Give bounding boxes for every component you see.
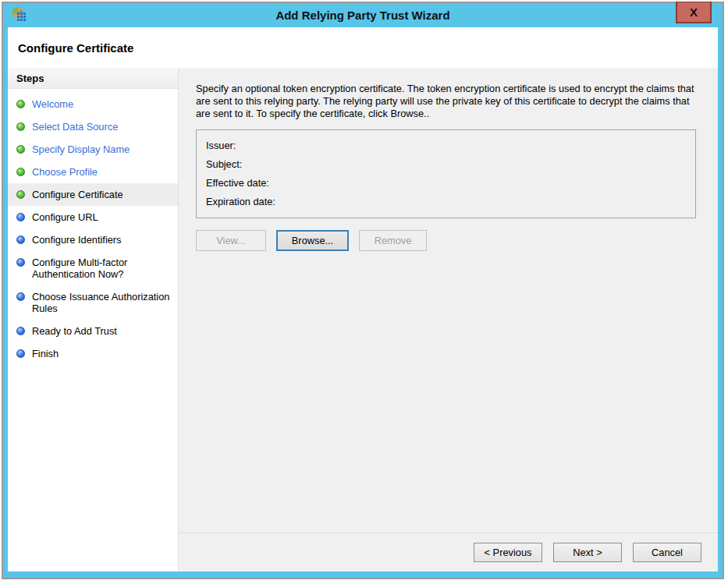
steps-header: Steps xyxy=(8,68,178,89)
sidebar-item-label: Configure Multi-factor Authentication No… xyxy=(32,257,172,280)
cert-field-expiration-date: Expiration date: xyxy=(206,192,686,211)
sidebar-item-configure-identifiers: Configure Identifiers xyxy=(8,228,178,251)
next-button[interactable]: Next > xyxy=(553,543,622,562)
sidebar-item-configure-mfa: Configure Multi-factor Authentication No… xyxy=(8,251,178,285)
cert-field-issuer: Issuer: xyxy=(206,136,686,154)
step-completed-icon xyxy=(16,168,25,176)
sidebar-item-specify-display-name[interactable]: Specify Display Name xyxy=(8,138,178,161)
cert-field-label: Expiration date: xyxy=(206,196,275,207)
cert-field-label: Subject: xyxy=(206,158,242,170)
screen: Add Relying Party Trust Wizard X Configu… xyxy=(0,0,728,584)
sidebar-item-configure-certificate[interactable]: Configure Certificate xyxy=(8,183,178,206)
sidebar-item-choose-profile[interactable]: Choose Profile xyxy=(8,161,178,183)
certificate-actions: View... Browse... Remove xyxy=(196,230,696,251)
page-header: Configure Certificate xyxy=(8,27,718,68)
sidebar-item-label: Specify Display Name xyxy=(32,143,130,155)
cert-field-subject: Subject: xyxy=(206,154,686,173)
sidebar-item-label: Ready to Add Trust xyxy=(32,325,117,337)
step-completed-icon xyxy=(16,145,25,154)
sidebar-item-label: Choose Issuance Authorization Rules xyxy=(32,291,172,314)
close-icon: X xyxy=(690,5,698,19)
step-upcoming-icon xyxy=(16,349,25,358)
step-upcoming-icon xyxy=(16,292,25,301)
sidebar-item-label: Finish xyxy=(32,348,59,359)
titlebar: Add Relying Party Trust Wizard X xyxy=(3,3,723,27)
remove-button[interactable]: Remove xyxy=(359,230,427,251)
sidebar-item-welcome[interactable]: Welcome xyxy=(8,93,178,115)
sidebar-item-finish: Finish xyxy=(8,342,178,365)
sidebar-item-label: Configure URL xyxy=(32,211,98,223)
adfs-wizard-icon xyxy=(11,6,28,23)
step-current-icon xyxy=(16,190,25,199)
cancel-button[interactable]: Cancel xyxy=(633,543,701,562)
sidebar-item-configure-url: Configure URL xyxy=(8,206,178,228)
sidebar-item-label: Select Data Source xyxy=(32,121,118,133)
window-title: Add Relying Party Trust Wizard xyxy=(3,9,723,22)
view-button[interactable]: View... xyxy=(196,230,266,251)
step-upcoming-icon xyxy=(16,258,25,267)
wizard-body: Steps Welcome Select Data Source Spec xyxy=(8,68,718,572)
steps-sidebar: Steps Welcome Select Data Source Spec xyxy=(8,68,179,572)
close-button[interactable]: X xyxy=(676,2,712,23)
certificate-info-box: Issuer: Subject: Effective date: xyxy=(196,129,696,218)
wizard-footer: < Previous Next > Cancel xyxy=(179,533,718,572)
sidebar-item-label: Choose Profile xyxy=(32,166,98,178)
step-completed-icon xyxy=(16,122,25,131)
cert-field-label: Issuer: xyxy=(206,140,236,151)
step-upcoming-icon xyxy=(16,235,25,244)
step-completed-icon xyxy=(16,100,25,108)
wizard-window: Add Relying Party Trust Wizard X Configu… xyxy=(2,2,724,579)
main-content: Specify an optional token encryption cer… xyxy=(179,68,718,533)
main-panel: Specify an optional token encryption cer… xyxy=(179,68,718,572)
window-content: Configure Certificate Steps Welcome Sele… xyxy=(8,27,718,572)
sidebar-item-label: Welcome xyxy=(32,98,73,110)
sidebar-item-select-data-source[interactable]: Select Data Source xyxy=(8,115,178,138)
step-upcoming-icon xyxy=(16,327,25,335)
sidebar-item-label: Configure Certificate xyxy=(32,189,123,200)
browse-button[interactable]: Browse... xyxy=(276,230,349,251)
cert-field-effective-date: Effective date: xyxy=(206,173,686,192)
cert-field-label: Effective date: xyxy=(206,177,269,189)
step-description: Specify an optional token encryption cer… xyxy=(196,83,696,120)
steps-list: Welcome Select Data Source Specify Displ… xyxy=(8,89,178,365)
sidebar-item-label: Configure Identifiers xyxy=(32,234,122,246)
previous-button[interactable]: < Previous xyxy=(474,543,542,562)
page-title: Configure Certificate xyxy=(18,41,133,55)
sidebar-item-choose-issuance-authorization-rules: Choose Issuance Authorization Rules xyxy=(8,285,178,320)
sidebar-item-ready-to-add-trust: Ready to Add Trust xyxy=(8,320,178,342)
step-upcoming-icon xyxy=(16,213,25,221)
